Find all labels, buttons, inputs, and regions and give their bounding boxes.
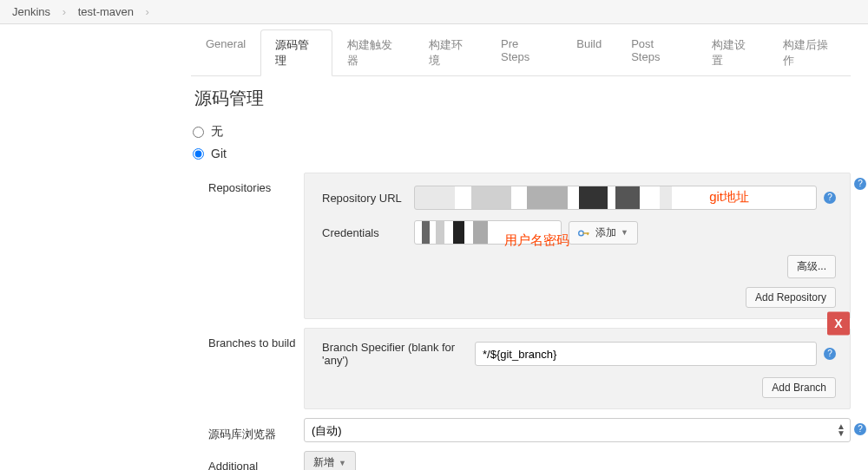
tab-general[interactable]: General: [191, 29, 260, 75]
radio-git[interactable]: [193, 148, 204, 160]
radio-none-label: 无: [211, 124, 223, 140]
svg-point-0: [579, 231, 584, 236]
tab-poststeps[interactable]: Post Steps: [616, 29, 697, 75]
tab-scm[interactable]: 源码管理: [260, 29, 332, 76]
help-icon[interactable]: ?: [854, 423, 866, 435]
repo-browser-select[interactable]: (自动): [304, 418, 851, 442]
repo-url-input[interactable]: [414, 186, 817, 210]
tab-build[interactable]: Build: [562, 29, 616, 75]
annotation-credentials: 用户名密码: [504, 232, 569, 249]
svg-rect-2: [588, 232, 589, 235]
breadcrumb-job[interactable]: test-maven: [78, 5, 134, 18]
tab-settings[interactable]: 构建设置: [697, 29, 769, 75]
tab-triggers[interactable]: 构建触发器: [332, 29, 415, 75]
add-behaviour-button[interactable]: 新增 ▼: [304, 451, 356, 470]
config-tabs: General 源码管理 构建触发器 构建环境 Pre Steps Build …: [191, 29, 851, 76]
tab-presteps[interactable]: Pre Steps: [486, 29, 562, 75]
help-icon[interactable]: ?: [854, 178, 866, 190]
branch-specifier-label: Branch Specifier (blank for 'any'): [319, 341, 475, 367]
tab-postbuild[interactable]: 构建后操作: [768, 29, 851, 75]
left-gutter: [0, 24, 174, 470]
behaviours-label: Additional Behaviours: [191, 451, 304, 470]
tab-env[interactable]: 构建环境: [414, 29, 486, 75]
breadcrumb-jenkins[interactable]: Jenkins: [12, 5, 50, 18]
delete-branch-button[interactable]: X: [827, 312, 850, 336]
radio-git-label: Git: [211, 147, 227, 160]
add-credentials-label: 添加: [595, 225, 616, 240]
section-title-scm: 源码管理: [194, 87, 851, 110]
credentials-label: Credentials: [319, 226, 414, 239]
key-icon: [578, 228, 590, 237]
caret-down-icon: ▼: [621, 228, 628, 237]
radio-none[interactable]: [193, 127, 204, 138]
breadcrumb: Jenkins › test-maven ›: [0, 0, 868, 24]
branch-specifier-input[interactable]: [475, 342, 817, 366]
repositories-label: Repositories: [191, 173, 304, 194]
repo-url-label: Repository URL: [319, 192, 414, 205]
add-branch-button[interactable]: Add Branch: [762, 377, 836, 398]
add-repository-button[interactable]: Add Repository: [746, 287, 836, 308]
branches-label: Branches to build: [191, 328, 304, 349]
advanced-button[interactable]: 高级...: [787, 255, 836, 278]
annotation-git-url: git地址: [709, 189, 749, 206]
help-icon[interactable]: ?: [824, 192, 836, 204]
breadcrumb-separator-icon: ›: [146, 5, 149, 18]
repo-browser-label: 源码库浏览器: [191, 418, 304, 442]
add-behaviour-label: 新增: [313, 455, 334, 470]
add-credentials-button[interactable]: 添加 ▼: [569, 221, 638, 245]
help-icon[interactable]: ?: [824, 348, 836, 360]
breadcrumb-separator-icon: ›: [62, 5, 66, 18]
caret-down-icon: ▼: [339, 459, 346, 467]
